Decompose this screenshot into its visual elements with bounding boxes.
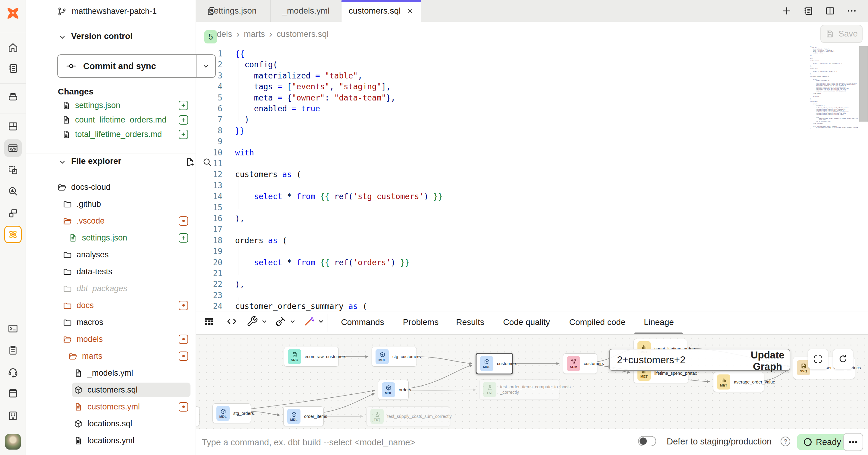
- tree-item-locations.sql[interactable]: locations.sql: [26, 416, 196, 431]
- new-file-icon[interactable]: [185, 157, 195, 167]
- lineage-node-average-order-value[interactable]: METaverage_order_value: [713, 372, 764, 392]
- update-graph-button[interactable]: Update Graph: [745, 349, 789, 370]
- panel-tab-results[interactable]: Results: [456, 317, 484, 327]
- commit-options-dropdown[interactable]: [196, 55, 215, 77]
- code-brackets-icon[interactable]: [226, 316, 238, 327]
- lineage-node-orders-model[interactable]: MDLorders: [378, 380, 409, 400]
- split-editor-icon[interactable]: [825, 5, 835, 16]
- status-badge[interactable]: Ready: [797, 434, 848, 450]
- save-button[interactable]: Save: [820, 25, 863, 43]
- panel-tab-code-quality[interactable]: Code quality: [503, 317, 550, 327]
- tab-customers.sql[interactable]: customers.sql: [341, 0, 421, 22]
- tree-item-customers.yml[interactable]: customers.yml: [26, 399, 196, 414]
- changed-file-count_lifetime_orders.md[interactable]: count_lifetime_orders.md: [26, 112, 196, 127]
- fullscreen-button[interactable]: [808, 349, 828, 369]
- tree-item-analyses[interactable]: analyses: [26, 247, 196, 262]
- help-question-icon[interactable]: ?: [781, 436, 790, 446]
- defer-toggle[interactable]: [638, 436, 656, 446]
- breadcrumb-customers.sql[interactable]: customers.sql: [277, 29, 329, 39]
- lineage-selector-input[interactable]: [610, 349, 745, 370]
- rail-inbox-tray[interactable]: [4, 88, 22, 106]
- tree-item-models[interactable]: models: [26, 332, 196, 347]
- breadcrumb[interactable]: models›marts›customers.sql: [205, 28, 329, 39]
- tree-item-macros[interactable]: macros: [26, 315, 196, 330]
- lineage-canvas[interactable]: SRCecom.raw_customersMDLstg_customersMDL…: [196, 334, 868, 429]
- searchchart-icon: [7, 186, 19, 197]
- clean-broom-button[interactable]: [275, 316, 297, 327]
- stage-add-badge[interactable]: [179, 101, 188, 110]
- rail-canvas[interactable]: [4, 162, 22, 179]
- rail-terminal[interactable]: [4, 320, 22, 337]
- rail-checklist[interactable]: [4, 342, 22, 359]
- lineage-node-stg-customers[interactable]: MDLstg_customers: [372, 347, 417, 367]
- changed-file-total_lifetime_orders.md[interactable]: total_lifetime_orders.md: [26, 127, 196, 142]
- more-actions-button[interactable]: •••: [843, 433, 863, 451]
- stage-add-badge[interactable]: [179, 115, 188, 124]
- tree-item-docs-cloud[interactable]: docs-cloud: [26, 179, 196, 195]
- lineage-node-test-supply-costs[interactable]: TSTtest_supply_costs_sum_correctly: [367, 406, 450, 426]
- ai-fix-wand-button[interactable]: [303, 316, 325, 327]
- command-input[interactable]: [202, 435, 594, 450]
- folderopen-icon: [68, 351, 78, 361]
- tree-item-data-tests[interactable]: data-tests: [26, 264, 196, 279]
- lineage-node-order-items[interactable]: MDLorder_items: [283, 406, 324, 426]
- tree-item-.vscode[interactable]: .vscode: [26, 213, 196, 228]
- tree-item-dbt_packages[interactable]: dbt_packages: [26, 281, 196, 296]
- chevron-down-icon[interactable]: [258, 317, 268, 325]
- commit-and-sync-button[interactable]: Commit and sync: [57, 54, 216, 78]
- rail-explore-insights[interactable]: [4, 182, 22, 200]
- refresh-button[interactable]: [833, 349, 853, 369]
- rail-copilot-atom[interactable]: [4, 226, 22, 243]
- lineage-node-test-order-items[interactable]: TSTtest_order_items_compute_to_bools _co…: [479, 379, 559, 400]
- tree-item-locations.yml[interactable]: locations.yml: [26, 433, 196, 448]
- new-tab-icon[interactable]: [781, 5, 792, 16]
- tab-_models.yml[interactable]: _models.yml: [271, 0, 341, 22]
- tree-item-customers.sql[interactable]: customers.sql: [26, 382, 196, 397]
- copy-icon[interactable]: [206, 6, 216, 16]
- changed-file-settings.json[interactable]: settings.json: [26, 98, 196, 113]
- scrollbar-thumb[interactable]: [859, 46, 868, 122]
- user-avatar[interactable]: [5, 434, 21, 450]
- rail-home[interactable]: [4, 39, 22, 56]
- chevron-down-icon[interactable]: [286, 317, 297, 325]
- minimap[interactable]: {{ config( materialized = "table", tags …: [810, 46, 858, 129]
- breadcrumb-marts[interactable]: marts: [244, 29, 265, 39]
- rail-organization[interactable]: [4, 407, 22, 425]
- lineage-node-ecom-raw-customers[interactable]: SRCecom.raw_customers: [284, 347, 339, 367]
- panel-tab-problems[interactable]: Problems: [403, 317, 438, 327]
- tree-item-settings.json[interactable]: settings.json: [26, 230, 196, 245]
- rail-dashboard-grid[interactable]: [4, 118, 22, 135]
- close-icon[interactable]: [406, 7, 414, 15]
- panel-tab-compiled-code[interactable]: Compiled code: [569, 317, 626, 327]
- tree-item-_models.yml[interactable]: _models.yml: [26, 365, 196, 380]
- tree-item-docs[interactable]: docs: [26, 298, 196, 313]
- rail-code-editor[interactable]: [4, 139, 22, 157]
- results-table-icon[interactable]: [203, 316, 215, 327]
- dbt-logo-icon[interactable]: [5, 5, 21, 21]
- rail-windows[interactable]: [4, 205, 22, 222]
- lineage-node-stg-orders[interactable]: MDLstg_orders: [213, 403, 251, 423]
- version-control-collapse-icon[interactable]: [58, 33, 67, 41]
- lineage-node-customers-semantic[interactable]: SEMcustomers: [563, 353, 597, 374]
- file-search-icon[interactable]: [202, 157, 212, 167]
- build-wrench-button[interactable]: [247, 316, 268, 327]
- code-line-4: 4 tags = ["events", "staging"],: [196, 81, 868, 92]
- lineage-node-clipped-node[interactable]: [196, 406, 199, 426]
- chevron-down-icon[interactable]: [315, 317, 325, 325]
- rail-notebook[interactable]: [4, 60, 22, 77]
- tree-item-marts[interactable]: marts: [26, 348, 196, 364]
- lineage-node-customers-model[interactable]: MDLcustomers: [475, 353, 513, 374]
- stage-add-badge[interactable]: [179, 130, 188, 139]
- panel-tab-lineage[interactable]: Lineage: [644, 317, 674, 327]
- rail-documentation[interactable]: [4, 385, 22, 402]
- code-editor[interactable]: 1{{2 config(3 materialized = "table",4 t…: [196, 45, 868, 311]
- terminal-icon: [7, 323, 19, 334]
- chevron-right-icon: ›: [269, 28, 273, 39]
- rail-support-headset[interactable]: [4, 363, 22, 381]
- panel-tab-commands[interactable]: Commands: [341, 317, 384, 327]
- tree-item-.github[interactable]: .github: [26, 196, 196, 211]
- more-options-icon[interactable]: [846, 5, 857, 16]
- branch-selector[interactable]: matthewshaver-patch-1: [26, 0, 195, 22]
- notebook-panel-icon[interactable]: [803, 5, 814, 16]
- file-explorer-collapse-icon[interactable]: [58, 158, 67, 167]
